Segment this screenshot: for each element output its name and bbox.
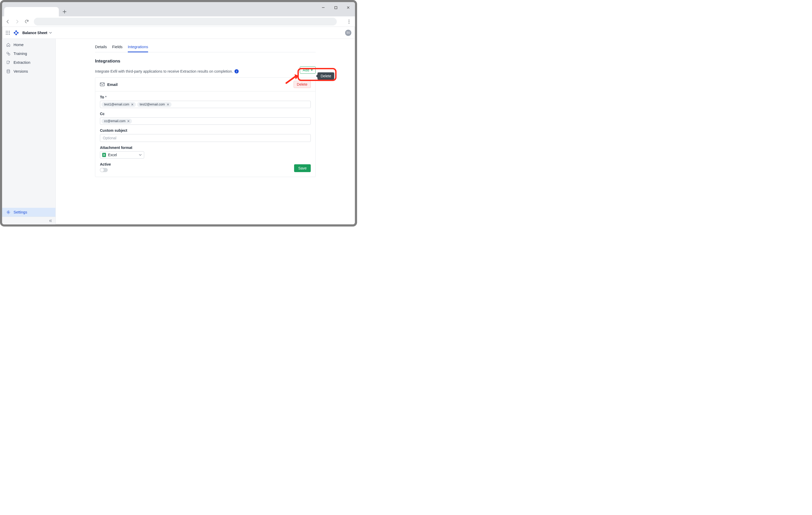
save-button[interactable]: Save — [294, 164, 311, 172]
main-content: Details Fields Integrations Integrations… — [56, 39, 355, 224]
attachment-format-select[interactable]: Excel — [100, 151, 144, 159]
gear-icon — [6, 210, 11, 214]
new-tab-button[interactable] — [61, 8, 68, 16]
browser-reload-button[interactable] — [23, 18, 30, 25]
sidebar-item-home[interactable]: Home — [2, 40, 55, 49]
sidebar-item-training[interactable]: Training — [2, 49, 55, 58]
email-integration-card: Email Delete To * test1@ema — [95, 77, 316, 177]
svg-point-8 — [7, 32, 8, 33]
svg-point-1 — [348, 20, 349, 20]
svg-point-13 — [7, 52, 8, 54]
mail-icon — [100, 83, 105, 86]
database-icon — [6, 69, 11, 74]
sidebar-item-label: Versions — [13, 69, 28, 74]
svg-rect-18 — [100, 83, 105, 86]
svg-rect-0 — [335, 6, 337, 9]
add-integration-button[interactable]: Add — [300, 66, 316, 74]
svg-point-7 — [6, 32, 7, 33]
sidebar-item-label: Training — [13, 52, 27, 56]
browser-forward-button[interactable] — [13, 18, 21, 25]
tabs: Details Fields Integrations — [95, 44, 316, 52]
svg-point-12 — [9, 34, 10, 35]
extraction-icon — [6, 60, 11, 64]
sidebar-collapse-button[interactable] — [2, 217, 55, 224]
active-toggle[interactable] — [100, 168, 108, 172]
sidebar-item-extraction[interactable]: Extraction — [2, 58, 55, 67]
svg-point-5 — [7, 31, 8, 31]
email-chip: test1@email.com ✕ — [102, 102, 136, 107]
to-input[interactable]: test1@email.com ✕ test2@email.com ✕ — [100, 101, 311, 108]
section-description: Integrate Exfil with third-party applica… — [95, 69, 239, 74]
window-maximize-button[interactable] — [330, 4, 341, 11]
svg-point-9 — [9, 32, 10, 33]
svg-point-6 — [9, 31, 10, 31]
svg-point-10 — [6, 34, 7, 35]
chevron-down-icon — [49, 31, 52, 34]
delete-tooltip: Delete — [318, 73, 334, 80]
svg-point-3 — [348, 23, 349, 23]
sidebar-item-versions[interactable]: Versions — [2, 67, 55, 76]
tab-integrations[interactable]: Integrations — [128, 44, 148, 52]
browser-back-button[interactable] — [4, 18, 11, 25]
info-icon[interactable]: i — [234, 69, 239, 74]
svg-rect-15 — [7, 61, 9, 64]
chip-remove-icon[interactable]: ✕ — [126, 119, 130, 123]
browser-menu-button[interactable] — [345, 18, 353, 26]
viewport: Balance Sheet SU Home Training Extra — [0, 0, 357, 227]
sidebar-item-label: Settings — [13, 210, 27, 214]
chevron-double-left-icon — [49, 219, 52, 223]
format-label: Attachment format — [100, 146, 311, 150]
tab-fields[interactable]: Fields — [112, 44, 123, 52]
training-icon — [6, 52, 11, 56]
browser-address-bar[interactable] — [34, 18, 337, 26]
svg-point-2 — [348, 21, 349, 22]
home-icon — [6, 43, 11, 47]
tab-details[interactable]: Details — [95, 44, 107, 52]
chevron-down-icon — [139, 153, 142, 156]
svg-point-4 — [6, 31, 7, 31]
subject-label: Custom subject — [100, 128, 311, 133]
excel-icon — [102, 153, 106, 157]
toggle-knob — [100, 168, 104, 172]
window-minimize-button[interactable] — [318, 4, 328, 11]
sidebar: Home Training Extraction Versions Settin… — [2, 39, 56, 224]
browser-tab[interactable] — [4, 7, 59, 17]
svg-point-17 — [8, 212, 9, 213]
svg-point-16 — [7, 69, 10, 70]
app-header: Balance Sheet SU — [2, 27, 355, 39]
email-chip: cc@email.com ✕ — [102, 119, 132, 124]
chip-remove-icon[interactable]: ✕ — [166, 103, 170, 107]
cc-label: Cc — [100, 112, 311, 116]
page-title: Integrations — [95, 59, 316, 64]
to-label: To * — [100, 95, 311, 99]
card-title: Email — [107, 82, 118, 87]
project-name-label: Balance Sheet — [22, 31, 47, 35]
window-close-button[interactable] — [343, 4, 353, 11]
svg-point-11 — [7, 34, 8, 35]
browser-toolbar — [2, 17, 355, 27]
caret-down-icon — [311, 69, 313, 71]
browser-tab-strip — [2, 2, 355, 17]
sidebar-item-settings[interactable]: Settings — [2, 208, 55, 217]
sidebar-item-label: Home — [13, 43, 24, 47]
avatar-initials: SU — [346, 31, 350, 34]
chip-remove-icon[interactable]: ✕ — [130, 103, 134, 107]
app-logo-icon — [13, 30, 19, 36]
svg-point-14 — [8, 53, 10, 55]
avatar[interactable]: SU — [345, 30, 351, 36]
cc-input[interactable]: cc@email.com ✕ — [100, 117, 311, 125]
sidebar-item-label: Extraction — [13, 60, 30, 64]
project-selector[interactable]: Balance Sheet — [22, 31, 52, 35]
email-chip: test2@email.com ✕ — [137, 102, 172, 107]
active-label: Active — [100, 162, 111, 166]
subject-input[interactable] — [100, 134, 311, 142]
delete-integration-button[interactable]: Delete — [294, 81, 311, 88]
app-launcher-icon[interactable] — [6, 31, 10, 35]
